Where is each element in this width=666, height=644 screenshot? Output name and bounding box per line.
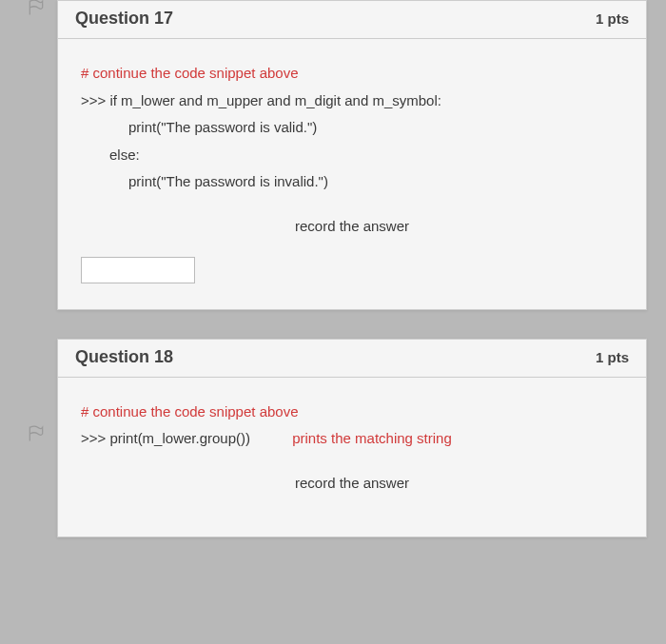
question-17-block: Question 17 1 pts # continue the code sn… <box>57 0 647 310</box>
code-comment: # continue the code snippet above <box>81 399 623 426</box>
question-points: 1 pts <box>596 349 629 365</box>
code-comment: # continue the code snippet above <box>81 60 623 88</box>
question-header: Question 17 1 pts <box>58 1 646 39</box>
answer-input[interactable] <box>81 257 195 283</box>
code-line: print("The password is valid.") <box>81 114 623 142</box>
record-answer-label: record the answer <box>81 196 623 256</box>
question-points: 1 pts <box>596 10 629 27</box>
question-body: # continue the code snippet above >>> if… <box>58 39 646 309</box>
flag-icon[interactable] <box>27 424 48 443</box>
code-line: print("The password is invalid.") <box>81 168 623 196</box>
question-18-block: Question 18 1 pts # continue the code sn… <box>57 339 647 538</box>
code-line: >>> if m_lower and m_upper and m_digit a… <box>81 88 623 115</box>
code-line: else: <box>81 142 623 169</box>
record-answer-label: record the answer <box>81 453 623 513</box>
code-line-with-annotation: >>> print(m_lower.group()) prints the ma… <box>81 425 623 453</box>
question-body: # continue the code snippet above >>> pr… <box>58 378 646 537</box>
question-header: Question 18 1 pts <box>58 340 646 378</box>
question-title: Question 17 <box>75 9 173 29</box>
flag-icon[interactable] <box>27 0 48 17</box>
code-annotation: prints the matching string <box>292 430 452 446</box>
code-line: >>> print(m_lower.group()) <box>81 430 250 446</box>
question-title: Question 18 <box>75 347 173 367</box>
